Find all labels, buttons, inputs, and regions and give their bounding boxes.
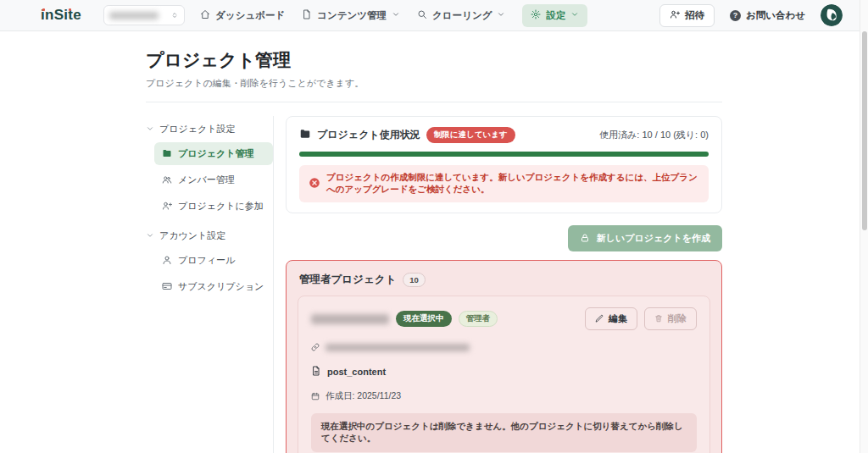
project-url-redacted <box>326 344 470 351</box>
sidebar-item-profile[interactable]: プロフィール <box>154 249 273 272</box>
main-nav: ダッシュボード コンテンツ管理 クローリング 設定 <box>200 4 587 27</box>
invite-button-label: 招待 <box>685 9 704 22</box>
logo-dot <box>69 8 71 11</box>
app-logo-text: inSite <box>41 7 81 23</box>
card-icon <box>162 281 172 293</box>
nav-item-label: ダッシュボード <box>215 9 285 22</box>
nav-item-content-management[interactable]: コンテンツ管理 <box>302 9 400 22</box>
admin-projects-section: 管理者プロジェクト 10 現在選択中 管理者 編集 <box>286 260 722 453</box>
home-icon <box>200 9 210 21</box>
contact-link[interactable]: ? お問い合わせ <box>730 9 805 22</box>
link-icon <box>311 340 320 355</box>
app-logo[interactable]: inSite <box>41 7 81 24</box>
usage-progress-bar <box>299 152 709 157</box>
delete-button[interactable]: 削除 <box>644 307 697 330</box>
pencil-icon <box>595 314 604 324</box>
nav-item-label: クローリング <box>432 9 492 22</box>
project-selector-value-redacted <box>109 12 159 19</box>
content-selector-value: post_content <box>327 367 386 377</box>
users-icon <box>162 174 172 186</box>
user-plus-icon <box>162 201 172 213</box>
search-icon <box>417 9 427 21</box>
delete-button-label: 削除 <box>668 312 687 325</box>
sidebar-group-account-settings[interactable]: アカウント設定 <box>146 229 273 242</box>
sidebar-item-subscription[interactable]: サブスクリプション <box>154 275 273 298</box>
contact-label: お問い合わせ <box>746 9 805 22</box>
admin-projects-title: 管理者プロジェクト <box>299 273 396 287</box>
limit-reached-badge: 制限に達しています <box>426 127 515 143</box>
settings-sidebar: プロジェクト設定 プロジェクト管理 メンバー管理 プロジェクトに参加 アカウント… <box>146 116 273 453</box>
main-panel: プロジェクト使用状況 制限に達しています 使用済み: 10 / 10 (残り: … <box>274 116 722 453</box>
nav-item-label: 設定 <box>546 9 565 22</box>
project-selector[interactable] <box>103 5 185 25</box>
sidebar-item-label: プロジェクト管理 <box>178 147 254 160</box>
invite-button[interactable]: 招待 <box>659 4 715 27</box>
cannot-delete-note: 現在選択中のプロジェクトは削除できません。他のプロジェクトに切り替えてから削除し… <box>311 413 697 452</box>
edit-button-label: 編集 <box>609 312 627 325</box>
sidebar-group-label: アカウント設定 <box>159 229 225 242</box>
sidebar-item-join-project[interactable]: プロジェクトに参加 <box>154 195 273 218</box>
chevron-down-icon <box>497 10 505 20</box>
sidebar-item-label: サブスクリプション <box>178 280 264 293</box>
sidebar-group-label: プロジェクト設定 <box>159 123 236 135</box>
chevron-down-icon <box>392 10 400 20</box>
usage-title: プロジェクト使用状況 <box>317 128 420 142</box>
sidebar-group-project-settings[interactable]: プロジェクト設定 <box>146 123 273 135</box>
created-date: 作成日: 2025/11/23 <box>326 390 401 402</box>
document-icon <box>302 9 312 21</box>
brand-avatar[interactable] <box>821 4 843 26</box>
limit-alert: プロジェクトの作成制限に達しています。新しいプロジェクトを作成するには、上位プラ… <box>299 165 709 202</box>
chevron-down-icon <box>146 124 154 135</box>
scrollbar-thumb[interactable] <box>862 31 867 230</box>
project-card: 現在選択中 管理者 編集 削除 <box>298 296 710 453</box>
nav-item-crawling[interactable]: クローリング <box>417 9 505 22</box>
sidebar-item-label: プロジェクトに参加 <box>178 200 264 213</box>
nav-item-dashboard[interactable]: ダッシュボード <box>200 9 285 22</box>
trash-icon <box>654 314 663 324</box>
limit-alert-text: プロジェクトの作成制限に達しています。新しいプロジェクトを作成するには、上位プラ… <box>326 172 699 196</box>
user-icon <box>162 255 172 267</box>
page-subtitle: プロジェクトの編集・削除を行うことができます。 <box>146 77 722 90</box>
usage-count-text: 使用済み: 10 / 10 (残り: 0) <box>599 129 709 141</box>
create-project-label: 新しいプロジェクトを作成 <box>597 232 710 245</box>
up-down-icon <box>170 8 179 23</box>
folder-icon <box>299 128 311 143</box>
x-circle-icon <box>309 177 320 191</box>
nav-item-label: コンテンツ管理 <box>317 9 387 22</box>
top-navbar: inSite ダッシュボード コンテンツ管理 クローリング 設定 <box>0 0 868 31</box>
folder-icon <box>162 148 172 160</box>
chevron-down-icon <box>570 10 579 20</box>
projects-count-badge: 10 <box>403 273 426 287</box>
current-project-badge: 現在選択中 <box>396 311 452 327</box>
sidebar-item-label: プロフィール <box>178 254 235 267</box>
user-plus-icon <box>670 9 680 21</box>
file-icon <box>311 364 321 379</box>
page-content: プロジェクト管理 プロジェクトの編集・削除を行うことができます。 プロジェクト設… <box>146 31 722 453</box>
project-name-redacted <box>311 314 389 324</box>
nav-item-settings[interactable]: 設定 <box>522 4 587 27</box>
edit-button[interactable]: 編集 <box>585 307 637 330</box>
sidebar-item-label: メンバー管理 <box>178 174 235 186</box>
page-scrollbar[interactable] <box>860 0 868 453</box>
admin-role-badge: 管理者 <box>459 311 498 327</box>
create-project-button[interactable]: 新しいプロジェクトを作成 <box>568 225 722 251</box>
sidebar-item-member-management[interactable]: メンバー管理 <box>154 168 273 191</box>
lock-icon <box>580 233 590 245</box>
chevron-down-icon <box>146 231 154 241</box>
page-title: プロジェクト管理 <box>146 48 722 72</box>
usage-status-card: プロジェクト使用状況 制限に達しています 使用済み: 10 / 10 (残り: … <box>286 116 722 213</box>
logo-dot <box>42 8 45 11</box>
gear-icon <box>531 9 541 21</box>
sidebar-item-project-management[interactable]: プロジェクト管理 <box>154 142 273 165</box>
question-icon: ? <box>730 10 741 21</box>
header-divider <box>146 102 722 102</box>
calendar-icon <box>311 389 320 404</box>
